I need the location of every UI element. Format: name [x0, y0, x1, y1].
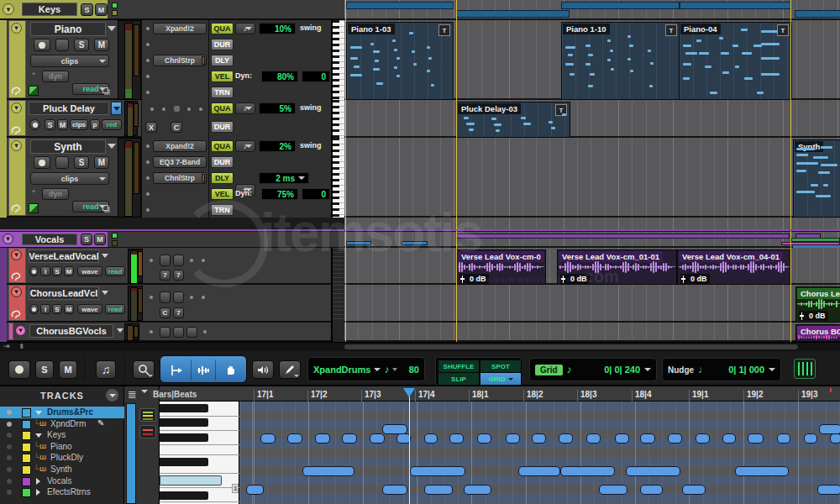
- delay-button[interactable]: DLY: [211, 172, 234, 184]
- midi-note[interactable]: [342, 433, 357, 444]
- expander-down-icon[interactable]: [35, 411, 42, 415]
- controller-lane-button[interactable]: [139, 425, 156, 438]
- clip-gain-chip[interactable]: 0 dB: [799, 311, 828, 321]
- track-list-item-piano[interactable]: └ШPiano: [0, 441, 124, 453]
- black-key[interactable]: [160, 491, 208, 500]
- record-button[interactable]: [8, 360, 30, 379]
- track-color-square[interactable]: [22, 443, 31, 452]
- black-key[interactable]: [160, 458, 208, 466]
- track-menu-arrow[interactable]: [108, 144, 116, 149]
- insert-chnlstrp[interactable]: ChnlStrp: [153, 172, 207, 184]
- insert-eq3[interactable]: EQ3 7-Band: [153, 156, 207, 168]
- grid-label[interactable]: Grid: [535, 365, 563, 375]
- track-view-selector[interactable]: clips: [30, 172, 109, 185]
- insert-slot-button[interactable]: [173, 291, 184, 303]
- volume-view-icon[interactable]: [29, 203, 39, 213]
- object-grabber-icon[interactable]: [10, 123, 23, 136]
- input-button[interactable]: I: [40, 304, 50, 314]
- midi-note[interactable]: [424, 485, 453, 495]
- quantize-button[interactable]: QUA: [211, 23, 234, 34]
- duration-button[interactable]: DUR: [211, 156, 234, 168]
- midi-note[interactable]: [640, 433, 655, 444]
- track-show-dot[interactable]: [7, 422, 12, 427]
- record-enable-button[interactable]: [29, 266, 39, 276]
- midi-note[interactable]: [748, 433, 764, 444]
- delay-button[interactable]: DLY: [211, 55, 234, 66]
- mute-button[interactable]: M: [57, 119, 68, 130]
- expander-right-icon[interactable]: [36, 489, 40, 496]
- quantize-note-value[interactable]: ♪: [235, 23, 255, 34]
- velocity-button[interactable]: VEL: [211, 71, 234, 82]
- shuffle-mode-button[interactable]: SHUFFLE: [438, 360, 480, 373]
- selector-tool[interactable]: [191, 360, 216, 381]
- nudge-value[interactable]: 0| 1| 000: [728, 365, 764, 375]
- swing-value[interactable]: 10%: [259, 23, 296, 34]
- insert-xpand2[interactable]: Xpand!2: [153, 23, 207, 34]
- nudge-note-icon[interactable]: ♩: [698, 364, 708, 375]
- horizontal-scrollbar[interactable]: [344, 344, 798, 349]
- grid-mode-button[interactable]: GRID: [480, 372, 522, 386]
- quantize-note-value[interactable]: ♪: [235, 140, 255, 152]
- midi-note[interactable]: [315, 433, 330, 444]
- velocity-offset-value[interactable]: 0: [302, 188, 330, 200]
- midi-clip-synth[interactable]: Synth: [793, 139, 840, 218]
- object-grabber-icon[interactable]: [10, 307, 23, 320]
- track-menu-arrow[interactable]: [111, 102, 122, 115]
- track-list-item-efectsrtrns[interactable]: EfectsRtrns: [0, 486, 124, 498]
- notation-view-button[interactable]: ♫: [96, 360, 116, 379]
- grabber-tool[interactable]: [218, 360, 243, 381]
- midi-note[interactable]: [477, 433, 491, 444]
- clip-t-badge[interactable]: T: [438, 24, 450, 36]
- slip-mode-button[interactable]: SLIP: [438, 372, 480, 386]
- bars-beats-ruler[interactable]: Bars|Beats 17|117|217|317|418|118|218|31…: [160, 386, 840, 402]
- swing-value[interactable]: 5%: [259, 102, 296, 114]
- lane-menu-icon[interactable]: ≣: [128, 388, 137, 401]
- track-show-dot[interactable]: [7, 467, 12, 472]
- insert-slot-button[interactable]: [160, 291, 171, 303]
- midi-note[interactable]: [626, 466, 680, 476]
- midi-note[interactable]: [682, 485, 706, 495]
- track-view-selector[interactable]: wave: [77, 266, 102, 276]
- scrub-tool[interactable]: [252, 360, 274, 379]
- midi-note[interactable]: [668, 433, 682, 444]
- track-view-selector[interactable]: clps: [70, 119, 88, 130]
- send-slot-button[interactable]: 7: [173, 307, 184, 318]
- midi-note[interactable]: [559, 433, 573, 444]
- duplicate-icon[interactable]: [102, 87, 108, 93]
- track-name[interactable]: Pluck Delay: [29, 102, 109, 115]
- midi-note[interactable]: [246, 485, 264, 495]
- dyn-button[interactable]: dyn: [42, 188, 69, 200]
- mini-keyboard-strip[interactable]: [331, 138, 344, 218]
- track-name[interactable]: Synth: [30, 139, 106, 154]
- volume-view-icon[interactable]: [29, 86, 39, 96]
- expander-down-icon[interactable]: [35, 433, 42, 438]
- audio-clip-verse-3[interactable]: Verse Lead Vox-cm_04-01 0 dB: [677, 249, 791, 285]
- track-menu-arrow[interactable]: [102, 254, 108, 258]
- black-key[interactable]: [160, 418, 208, 427]
- chevron-down-icon[interactable]: [769, 368, 775, 371]
- insert-xpand2[interactable]: Xpand!2: [153, 140, 207, 152]
- solo-button[interactable]: S: [52, 304, 62, 314]
- track-color-square[interactable]: [22, 431, 31, 440]
- mute-button[interactable]: M: [64, 266, 74, 276]
- group-solo-button[interactable]: S: [81, 234, 92, 245]
- keys-group-lane[interactable]: [344, 0, 840, 20]
- midi-note[interactable]: [830, 433, 840, 444]
- input-button[interactable]: I: [40, 266, 50, 276]
- audio-clip-verse-1[interactable]: Verse Lead Vox-cm-0 0 dB: [456, 249, 546, 285]
- track-list-item-vocals[interactable]: Vocals: [0, 475, 124, 487]
- track-view-selector[interactable]: wave: [77, 304, 102, 314]
- send-slot-button[interactable]: C: [160, 307, 171, 318]
- collapse-track-button[interactable]: ▼: [11, 102, 22, 113]
- group-mute-button[interactable]: M: [95, 3, 108, 16]
- quantize-button[interactable]: QUA: [211, 140, 234, 152]
- synth-track-lane[interactable]: [344, 138, 840, 218]
- chevron-down-icon[interactable]: [141, 390, 148, 393]
- collapse-track-button[interactable]: ▼: [11, 140, 22, 151]
- scroll-next-icon[interactable]: ⇥: [3, 342, 10, 350]
- midi-note[interactable]: [735, 466, 789, 476]
- midi-note[interactable]: [532, 433, 546, 444]
- transpose-button[interactable]: TRN: [211, 87, 234, 98]
- midi-clip-piano-04[interactable]: Piano-04 T: [679, 22, 792, 100]
- midi-note[interactable]: [696, 433, 710, 444]
